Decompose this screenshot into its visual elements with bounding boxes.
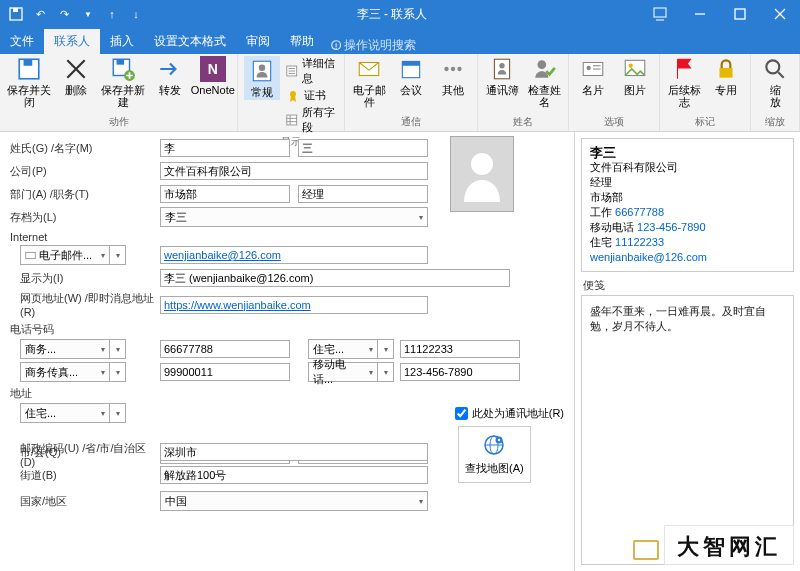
givenname-field[interactable]: [298, 139, 428, 157]
chevron-down-icon: ▾: [97, 251, 105, 260]
group-actions-label: 动作: [109, 115, 129, 129]
dept-field[interactable]: [160, 185, 290, 203]
tab-format[interactable]: 设置文本格式: [144, 29, 236, 54]
business-card-preview[interactable]: 李三 文件百科有限公司 经理 市场部 工作 66677788 移动电话 123-…: [581, 138, 794, 272]
email-button[interactable]: 电子邮件: [351, 56, 387, 108]
mobile-type-select[interactable]: 移动电话...▾: [308, 362, 378, 382]
mobile-more-button[interactable]: ▾: [378, 362, 394, 382]
save-close-button[interactable]: 保存并关闭: [6, 56, 52, 108]
addressbook-button[interactable]: 通讯簿: [484, 56, 520, 96]
down-arrow-icon[interactable]: ↓: [128, 6, 144, 22]
svg-rect-41: [720, 68, 733, 78]
city-field[interactable]: [160, 443, 428, 461]
svg-rect-1: [13, 8, 18, 12]
fileas-select[interactable]: 李三▾: [160, 207, 428, 227]
map-button[interactable]: 查找地图(A): [458, 426, 531, 483]
minimize-icon[interactable]: [680, 0, 720, 28]
redo-icon[interactable]: ↷: [56, 6, 72, 22]
quick-access-toolbar: ↶ ↷ ▼ ↑ ↓: [0, 6, 144, 22]
svg-rect-11: [24, 59, 33, 66]
contact-photo[interactable]: [450, 136, 514, 212]
tab-file[interactable]: 文件: [0, 29, 44, 54]
email-field[interactable]: [160, 246, 428, 264]
checkname-button[interactable]: 检查姓名: [526, 56, 562, 108]
bizphone-type-select[interactable]: 商务...▾: [20, 339, 110, 359]
save-icon[interactable]: [8, 6, 24, 22]
other-button[interactable]: 其他: [435, 56, 471, 96]
svg-rect-28: [402, 61, 419, 65]
svg-point-44: [471, 153, 493, 175]
bc-title: 经理: [590, 175, 785, 190]
followup-button[interactable]: 后续标志: [666, 56, 702, 108]
street-field[interactable]: [160, 466, 428, 484]
private-button[interactable]: 专用: [708, 56, 744, 96]
mailing-address-checkbox[interactable]: 此处为通讯地址(R): [455, 406, 564, 421]
notes-text: 盛年不重来，一日难再晨。及时宜自勉，岁月不待人。: [590, 305, 766, 332]
homephone-field[interactable]: [400, 340, 520, 358]
group-comm-label: 通信: [401, 115, 421, 129]
addr-type-select[interactable]: 住宅...▾: [20, 403, 110, 423]
company-field[interactable]: [160, 162, 428, 180]
maximize-icon[interactable]: [720, 0, 760, 28]
country-label: 国家/地区: [10, 494, 160, 509]
addr-more-button[interactable]: ▾: [110, 403, 126, 423]
section-internet: Internet: [10, 231, 564, 243]
close-icon[interactable]: [760, 0, 800, 28]
chevron-down-icon: ▾: [415, 213, 423, 222]
chevron-down-icon: ▾: [97, 409, 105, 418]
window-title: 李三 - 联系人: [144, 6, 640, 23]
webpage-label: 网页地址(W) /即时消息地址(R): [10, 291, 160, 318]
bizphone-field[interactable]: [160, 340, 290, 358]
picture-button[interactable]: 图片: [617, 56, 653, 96]
tell-me-search[interactable]: 操作说明搜索: [324, 37, 416, 54]
company-label: 公司(P): [10, 164, 160, 179]
globe-icon: [482, 433, 506, 457]
homephone-type-select[interactable]: 住宅...▾: [308, 339, 378, 359]
delete-button[interactable]: 删除: [58, 56, 94, 96]
tab-help[interactable]: 帮助: [280, 29, 324, 54]
cert-button[interactable]: 证书: [286, 88, 338, 103]
jobtitle-field[interactable]: [298, 185, 428, 203]
tab-insert[interactable]: 插入: [100, 29, 144, 54]
email-more-button[interactable]: ▾: [110, 245, 126, 265]
webpage-field[interactable]: [160, 296, 428, 314]
onenote-button[interactable]: NOneNote: [194, 56, 231, 96]
bizfax-field[interactable]: [160, 363, 290, 381]
up-arrow-icon[interactable]: ↑: [104, 6, 120, 22]
zoom-button[interactable]: 缩 放: [757, 56, 793, 108]
general-button[interactable]: 常规: [244, 56, 280, 100]
city-label: 市/县(Q): [10, 445, 160, 460]
save-new-button[interactable]: 保存并新建: [100, 56, 146, 108]
svg-rect-4: [735, 9, 745, 19]
forward-button[interactable]: 转发: [152, 56, 188, 96]
mobile-field[interactable]: [400, 363, 520, 381]
tab-review[interactable]: 审阅: [236, 29, 280, 54]
displayas-field[interactable]: [160, 269, 510, 287]
side-panel: 李三 文件百科有限公司 经理 市场部 工作 66677788 移动电话 123-…: [574, 132, 800, 571]
svg-point-9: [335, 47, 337, 49]
svg-point-42: [766, 60, 779, 73]
svg-rect-8: [336, 43, 337, 47]
undo-icon[interactable]: ↶: [32, 6, 48, 22]
bc-email: wenjianbaike@126.com: [590, 250, 785, 265]
surname-field[interactable]: [160, 139, 290, 157]
country-select[interactable]: 中国▾: [160, 491, 428, 511]
chevron-down-icon[interactable]: ▼: [80, 6, 96, 22]
surname-label: 姓氏(G) /名字(M): [10, 141, 160, 156]
svg-point-31: [457, 67, 461, 71]
bizfax-type-select[interactable]: 商务传真...▾: [20, 362, 110, 382]
bizcard-button[interactable]: 名片: [575, 56, 611, 96]
details-button[interactable]: 详细信息: [286, 56, 338, 86]
chevron-down-icon: ▾: [365, 368, 373, 377]
tab-contact[interactable]: 联系人: [44, 29, 100, 54]
email-type-select[interactable]: 电子邮件...▾: [20, 245, 110, 265]
meeting-button[interactable]: 会议: [393, 56, 429, 96]
all-fields-button[interactable]: 所有字段: [286, 105, 338, 135]
homephone-more-button[interactable]: ▾: [378, 339, 394, 359]
ribbon-options-icon[interactable]: [640, 0, 680, 28]
group-name-label: 姓名: [513, 115, 533, 129]
watermark-brand: 大智网汇: [664, 525, 794, 565]
svg-rect-13: [117, 59, 125, 64]
bizphone-more-button[interactable]: ▾: [110, 339, 126, 359]
bizfax-more-button[interactable]: ▾: [110, 362, 126, 382]
